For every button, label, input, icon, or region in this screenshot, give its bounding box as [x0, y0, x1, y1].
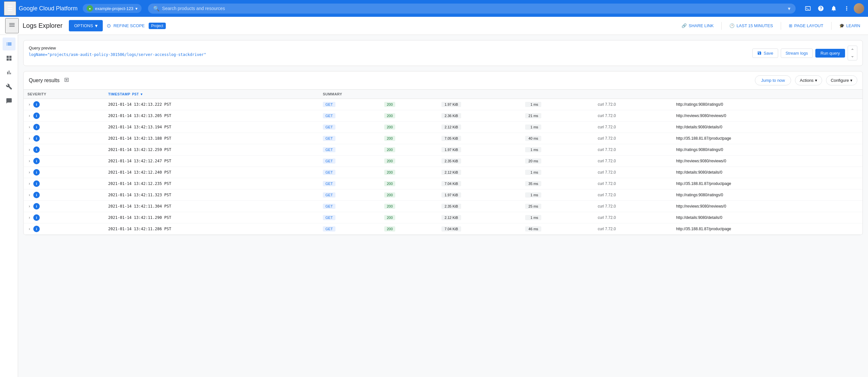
info-badge: i	[33, 146, 40, 153]
results-header: Query results Jump to now Actions ▾ Conf…	[24, 71, 863, 90]
table-header: SEVERITY TIMESTAMP PST ▼ SUMMARY	[24, 90, 863, 99]
size-cell: 2.12 KiB	[438, 122, 522, 133]
status-cell: 200	[380, 99, 438, 110]
row-expand-button[interactable]: ›	[28, 192, 31, 198]
table-row: › i 2021-01-14 13:42:12.247 PST GET 200 …	[24, 155, 863, 167]
options-chevron-icon: ▾	[95, 23, 98, 29]
url-cell: http://details:9080/details/0	[672, 122, 863, 133]
hamburger-icon[interactable]: ☰	[4, 1, 16, 16]
row-expand-button[interactable]: ›	[28, 136, 31, 141]
url-cell: http://ratings:9080/ratings/0	[672, 190, 863, 201]
table-row: › i 2021-01-14 13:42:12.240 PST GET 200 …	[24, 167, 863, 178]
query-preview-left: Query preview logName="projects/asm-audi…	[29, 46, 748, 57]
sidebar-item-messages[interactable]	[3, 94, 16, 107]
duration-cell: 1 ms	[521, 144, 594, 155]
table-body: › i 2021-01-14 13:42:13.222 PST GET 200 …	[24, 99, 863, 235]
page-layout-label: PAGE LAYOUT	[794, 23, 824, 28]
row-expand-button[interactable]: ›	[28, 158, 31, 164]
query-preview-label: Query preview	[29, 46, 748, 51]
save-button[interactable]: Save	[752, 49, 778, 58]
table-row: › i 2021-01-14 13:42:11.286 PST GET 200 …	[24, 224, 863, 235]
configure-button[interactable]: Configure ▾	[826, 75, 857, 85]
sidebar-item-logs[interactable]	[3, 37, 16, 51]
sidebar-item-chart[interactable]	[3, 66, 16, 79]
row-expand-button[interactable]: ›	[28, 181, 31, 186]
results-title: Query results	[29, 78, 59, 83]
duration-cell: 1 ms	[521, 190, 594, 201]
configure-label: Configure	[831, 78, 849, 83]
row-expand-button[interactable]: ›	[28, 124, 31, 130]
info-badge: i	[33, 169, 40, 176]
severity-cell: › i	[24, 155, 104, 167]
severity-cell: › i	[24, 99, 104, 110]
duration-cell: 20 ms	[521, 155, 594, 167]
terminal-icon[interactable]	[802, 3, 814, 14]
last-minutes-button[interactable]: 🕐 LAST 15 MINUTES	[727, 21, 775, 31]
size-cell: 7.04 KiB	[438, 178, 522, 190]
refine-scope-button[interactable]: ⊙ REFINE SCOPE	[106, 23, 145, 29]
size-cell: 7.04 KiB	[438, 224, 522, 235]
expand-search-icon[interactable]: ▾	[788, 5, 790, 12]
agent-cell: curl 7.72.0	[594, 201, 673, 212]
avatar[interactable]	[854, 3, 864, 13]
more-vert-icon[interactable]	[841, 3, 852, 14]
options-button[interactable]: OPTIONS ▾	[69, 20, 103, 31]
row-expand-button[interactable]: ›	[28, 169, 31, 175]
jump-to-now-button[interactable]: Jump to now	[755, 75, 791, 85]
page-layout-button[interactable]: ⊞ PAGE LAYOUT	[786, 21, 826, 31]
actions-label: Actions	[800, 78, 814, 83]
method-cell: GET	[319, 155, 380, 167]
query-text: logName="projects/asm-audit-policy-30150…	[29, 52, 748, 57]
sidebar-toggle-icon[interactable]	[5, 18, 19, 33]
configure-chevron-icon: ▾	[850, 78, 852, 83]
agent-cell: curl 7.72.0	[594, 110, 673, 122]
size-cell: 1.97 KiB	[438, 144, 522, 155]
stream-logs-button[interactable]: Stream logs	[781, 49, 813, 58]
status-cell: 200	[380, 190, 438, 201]
col-severity[interactable]: SEVERITY	[24, 90, 104, 99]
severity-cell: › i	[24, 110, 104, 122]
status-cell: 200	[380, 201, 438, 212]
row-expand-button[interactable]: ›	[28, 113, 31, 119]
table-row: › i 2021-01-14 13:42:12.235 PST GET 200 …	[24, 178, 863, 190]
collapse-button[interactable]: ⌃⌄	[848, 46, 857, 60]
global-search[interactable]: 🔍 ▾	[148, 4, 796, 13]
col-summary[interactable]: SUMMARY	[319, 90, 863, 99]
query-actions: Save Stream logs Run query ⌃⌄	[752, 46, 857, 60]
row-expand-button[interactable]: ›	[28, 215, 31, 221]
url-cell: http://ratings:9080/ratings/0	[672, 144, 863, 155]
table-row: › i 2021-01-14 13:42:11.323 PST GET 200 …	[24, 190, 863, 201]
severity-cell: › i	[24, 122, 104, 133]
learn-button[interactable]: 🎓 LEARN	[837, 21, 863, 31]
main-content: Query preview logName="projects/asm-audi…	[18, 35, 868, 377]
project-icon: ●	[87, 5, 93, 12]
row-expand-button[interactable]: ›	[28, 102, 31, 107]
row-expand-button[interactable]: ›	[28, 147, 31, 153]
sidebar-item-dashboard[interactable]	[3, 52, 16, 65]
project-selector[interactable]: ● example-project-123 ▾	[83, 4, 142, 13]
project-chevron-icon: ▾	[135, 6, 138, 11]
row-expand-button[interactable]: ›	[28, 226, 31, 232]
share-link-button[interactable]: 🔗 SHARE LINK	[679, 21, 716, 31]
expand-results-button[interactable]	[63, 77, 70, 84]
col-timestamp[interactable]: TIMESTAMP PST ▼	[104, 90, 319, 99]
duration-cell: 25 ms	[521, 201, 594, 212]
help-icon[interactable]	[815, 3, 827, 14]
size-cell: 2.35 KiB	[438, 155, 522, 167]
last-minutes-label: LAST 15 MINUTES	[737, 23, 773, 28]
search-input[interactable]	[162, 6, 785, 11]
row-expand-button[interactable]: ›	[28, 203, 31, 209]
actions-button[interactable]: Actions ▾	[795, 75, 822, 85]
clock-icon: 🕐	[730, 23, 735, 28]
table-row: › i 2021-01-14 13:42:12.259 PST GET 200 …	[24, 144, 863, 155]
bell-icon[interactable]	[828, 3, 840, 14]
nav-icons	[802, 3, 864, 14]
sidebar-item-tools[interactable]	[3, 80, 16, 93]
timestamp-cell: 2021-01-14 13:42:12.235 PST	[104, 178, 319, 190]
status-cell: 200	[380, 110, 438, 122]
timestamp-cell: 2021-01-14 13:42:11.304 PST	[104, 201, 319, 212]
status-cell: 200	[380, 122, 438, 133]
run-query-button[interactable]: Run query	[815, 49, 845, 58]
method-cell: GET	[319, 110, 380, 122]
timestamp-cell: 2021-01-14 13:42:13.188 PST	[104, 133, 319, 144]
